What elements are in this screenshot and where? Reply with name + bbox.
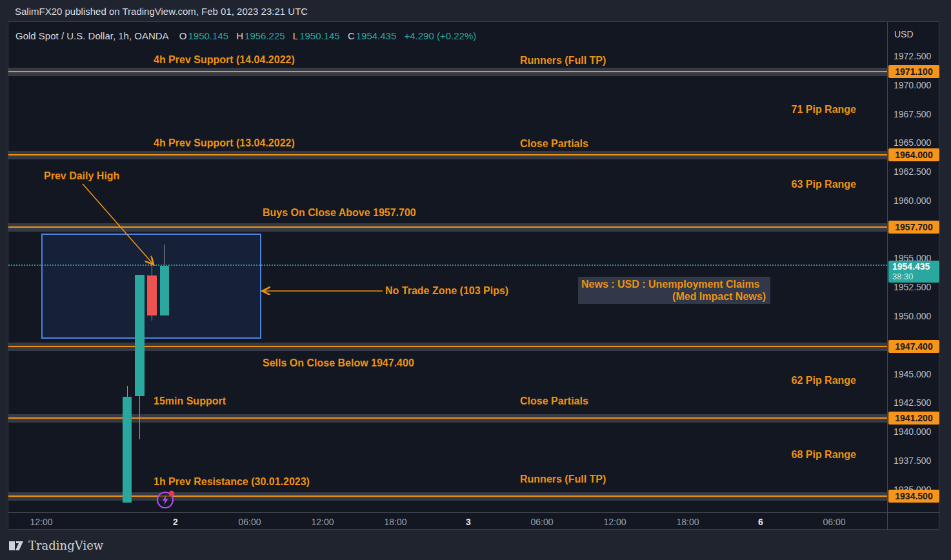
alert-dot [169,491,175,497]
time-tick: 06:00 [227,517,272,527]
price-tick: 1945.000 [894,369,939,379]
candle-bearish [147,275,157,315]
label-15min-support[interactable]: 15min Support [154,395,226,407]
level-line-stroke [8,154,887,155]
tradingview-brand-text: TradingView [28,539,103,552]
level-line-stroke [8,71,887,72]
ohlc-high-letter: H [236,30,243,41]
label-no-trade-zone[interactable]: No Trade Zone (103 Pips) [385,285,508,297]
news-event-icon[interactable] [155,488,177,512]
level-line-stroke [8,495,887,497]
price-tick: 1937.500 [894,455,939,466]
time-tick-date: 2 [153,517,198,527]
price-tick: 1942.500 [894,397,939,408]
candle-bullish [135,275,145,396]
price-tick: 1965.000 [894,137,939,148]
level-line-stroke [8,226,887,228]
time-tick: 12:00 [300,517,345,527]
label-buys-on-close[interactable]: Buys On Close Above 1957.700 [263,207,416,219]
tradingview-logo-icon [9,539,24,552]
news-callout-line2: (Med Impact News) [581,290,767,303]
candle-wick [127,386,128,397]
tradingview-brand[interactable]: TradingView [9,539,103,552]
level-price-label: 1941.200 [888,412,939,425]
news-callout[interactable]: News : USD : Unemployment Claims (Med Im… [578,277,770,304]
time-tick: 18:00 [373,517,418,527]
time-tick: 06:00 [519,517,565,527]
bar-countdown: 38:30 [892,272,936,281]
price-tick: 1970.000 [894,80,939,90]
time-tick-date: 6 [738,517,783,527]
candle-bullish [160,266,169,315]
ohlc-low-value: 1950.145 [299,30,340,41]
label-runners-top[interactable]: Runners (Full TP) [520,55,606,66]
ohlc-close-value: 1954.435 [356,30,397,41]
label-4h-prev-support-14[interactable]: 4h Prev Support (14.04.2022) [154,54,295,66]
ohlc-open-value: 1950.145 [188,30,228,41]
current-price-dotted-line [8,265,887,266]
price-axis[interactable]: USD 1972.500 1970.000 1967.500 1965.000 … [888,22,940,512]
label-1h-prev-resistance[interactable]: 1h Prev Resistance (30.01.2023) [154,476,310,488]
level-line-1941[interactable] [8,414,887,423]
ohlc-high-value: 1956.225 [245,30,285,41]
label-prev-daily-high[interactable]: Prev Daily High [44,170,119,182]
level-price-label: 1964.000 [888,148,939,161]
news-callout-line1: News : USD : Unemployment Claims [581,278,767,290]
symbol-legend[interactable]: Gold Spot / U.S. Dollar, 1h, OANDA O1950… [15,30,477,41]
price-tick: 1952.500 [894,282,939,292]
label-4h-prev-support-13[interactable]: 4h Prev Support (13.04.2022) [154,137,295,149]
level-line-1964[interactable] [8,151,887,159]
price-axis-currency: USD [894,29,914,39]
time-axis[interactable]: 12:00 2 06:00 12:00 18:00 3 06:00 12:00 … [8,513,887,530]
ohlc-low-letter: L [293,30,298,41]
label-62-pip-range[interactable]: 62 Pip Range [792,375,856,386]
ohlc-open-letter: O [179,30,187,41]
level-price-label: 1934.500 [888,490,939,503]
time-tick: 12:00 [592,517,637,527]
candle-bullish [123,397,132,503]
price-tick: 1962.500 [894,166,939,177]
chart-panel: 4h Prev Support (14.04.2022) Runners (Fu… [8,21,939,530]
level-price-label: 1971.100 [888,65,939,78]
time-tick: 06:00 [812,517,857,527]
label-sells-on-close[interactable]: Sells On Close Below 1947.400 [263,357,414,369]
level-price-label: 1957.700 [888,221,939,234]
publish-info: SalimFX20 published on TradingView.com, … [15,6,308,17]
time-tick: 18:00 [665,517,710,527]
current-price-value: 1954.435 [892,261,936,272]
ohlc-change: +4.290 (+0.22%) [404,30,476,41]
label-63-pip-range[interactable]: 63 Pip Range [792,179,856,190]
chart-plot-area[interactable]: 4h Prev Support (14.04.2022) Runners (Fu… [8,22,887,512]
price-tick: 1950.000 [894,311,939,321]
level-price-label: 1947.400 [888,340,939,353]
level-line-stroke [8,417,887,419]
time-tick: 12:00 [19,517,64,527]
price-tick: 1940.000 [894,426,939,437]
level-line-1934[interactable] [8,492,887,501]
ohlc-close-letter: C [348,30,355,41]
price-tick: 1967.500 [894,109,939,119]
level-line-1957[interactable] [8,223,887,232]
label-runners-bottom[interactable]: Runners (Full TP) [520,474,606,485]
level-line-1971[interactable] [8,68,887,76]
price-tick: 1972.500 [894,51,939,61]
label-71-pip-range[interactable]: 71 Pip Range [792,104,856,115]
time-tick-date: 3 [446,517,491,527]
symbol-title[interactable]: Gold Spot / U.S. Dollar, 1h, OANDA [15,30,169,41]
label-close-partials-top[interactable]: Close Partials [520,138,588,150]
label-68-pip-range[interactable]: 68 Pip Range [792,449,856,461]
candle-wick [139,396,140,439]
label-close-partials-bottom[interactable]: Close Partials [520,395,588,407]
price-tick: 1960.000 [894,195,939,206]
current-price-label: 1954.435 38:30 [888,261,939,283]
